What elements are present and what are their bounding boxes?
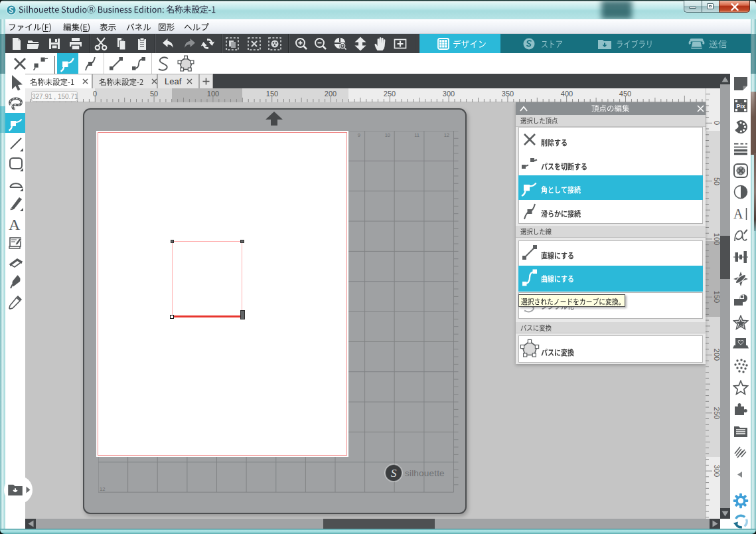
svg-text:Pix: Pix [736,102,745,109]
svg-text:S: S [391,466,397,480]
svg-text:A: A [733,207,743,221]
